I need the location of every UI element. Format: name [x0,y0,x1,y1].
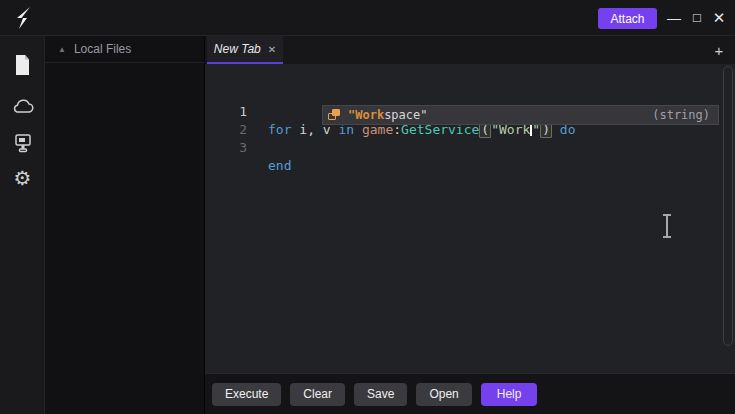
autocomplete-type: (string) [652,108,718,122]
clear-button[interactable]: Clear [290,383,345,406]
script-hub-icon [13,133,33,153]
help-button[interactable]: Help [481,383,538,406]
collapse-icon: ▲ [58,45,66,54]
settings-icon: ⚙ [14,168,32,188]
action-bar: Execute Clear Save Open Help [205,373,735,414]
autocomplete-match: "Work [348,108,384,122]
local-files-header[interactable]: ▲ Local Files [45,36,204,63]
tab-label: New Tab [214,42,261,56]
execute-button[interactable]: Execute [212,383,281,406]
app-logo-icon [10,5,36,31]
local-files-panel: ▲ Local Files [45,36,205,414]
code-token: end [268,158,291,173]
code-editor[interactable]: 1 for i, v in game:GetService("Work") do… [205,64,735,373]
open-button[interactable]: Open [416,383,471,406]
mouse-ibeam-cursor [662,214,672,238]
tab-close-icon[interactable]: ✕ [268,44,276,55]
save-button[interactable]: Save [354,383,407,406]
snippet-icon [328,109,341,121]
editor-pane: New Tab ✕ + 1 for i, v in game:GetServic… [205,36,735,414]
file-icon [13,54,32,76]
sidebar-item-files[interactable] [0,48,45,82]
autocomplete-popup[interactable]: "Workspace" (string) [322,105,719,125]
tab-new-tab[interactable]: New Tab ✕ [207,36,283,64]
cloud-icon [12,99,34,114]
attach-button[interactable]: Attach [598,8,657,29]
sidebar-item-settings[interactable]: ⚙ [0,161,45,195]
minimize-button[interactable]: — [665,8,683,28]
app-window: Attach — □ ✕ ⚙ [0,0,735,414]
local-files-title: Local Files [74,42,131,56]
editor-scrollbar[interactable] [723,66,733,346]
autocomplete-rest: space" [384,108,427,122]
tab-bar: New Tab ✕ + [205,36,735,64]
new-tab-button[interactable]: + [709,36,729,64]
sidebar-item-cloud[interactable] [0,89,45,123]
code-line: 1 for i, v in game:GetService("Work") do [205,85,735,103]
close-button[interactable]: ✕ [710,8,728,28]
line-number: 3 [205,139,247,157]
sidebar-item-script-hub[interactable] [0,126,45,160]
titlebar: Attach — □ ✕ [0,0,735,36]
icon-sidebar: ⚙ [0,36,45,414]
maximize-button[interactable]: □ [688,8,706,28]
